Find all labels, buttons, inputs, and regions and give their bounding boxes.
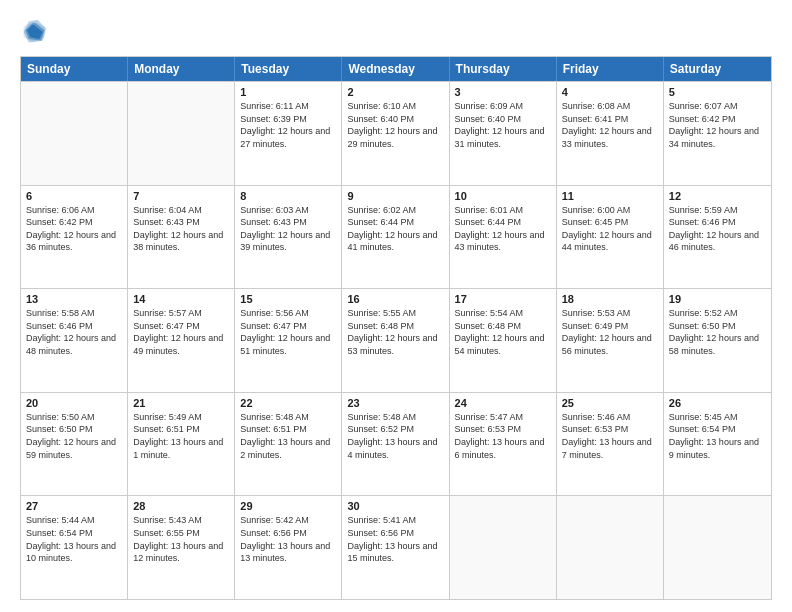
day-cell-9: 9Sunrise: 6:02 AM Sunset: 6:44 PM Daylig… [342,186,449,289]
header-day-friday: Friday [557,57,664,81]
day-cell-25: 25Sunrise: 5:46 AM Sunset: 6:53 PM Dayli… [557,393,664,496]
day-info: Sunrise: 6:10 AM Sunset: 6:40 PM Dayligh… [347,100,443,150]
page: SundayMondayTuesdayWednesdayThursdayFrid… [0,0,792,612]
day-cell-8: 8Sunrise: 6:03 AM Sunset: 6:43 PM Daylig… [235,186,342,289]
day-info: Sunrise: 5:50 AM Sunset: 6:50 PM Dayligh… [26,411,122,461]
day-number: 14 [133,293,229,305]
day-number: 6 [26,190,122,202]
day-info: Sunrise: 5:48 AM Sunset: 6:52 PM Dayligh… [347,411,443,461]
day-cell-11: 11Sunrise: 6:00 AM Sunset: 6:45 PM Dayli… [557,186,664,289]
header-day-saturday: Saturday [664,57,771,81]
day-cell-15: 15Sunrise: 5:56 AM Sunset: 6:47 PM Dayli… [235,289,342,392]
day-cell-2: 2Sunrise: 6:10 AM Sunset: 6:40 PM Daylig… [342,82,449,185]
day-info: Sunrise: 5:54 AM Sunset: 6:48 PM Dayligh… [455,307,551,357]
day-cell-29: 29Sunrise: 5:42 AM Sunset: 6:56 PM Dayli… [235,496,342,599]
day-number: 18 [562,293,658,305]
day-info: Sunrise: 5:59 AM Sunset: 6:46 PM Dayligh… [669,204,766,254]
logo-icon [20,18,48,46]
week-row-2: 13Sunrise: 5:58 AM Sunset: 6:46 PM Dayli… [21,288,771,392]
day-number: 19 [669,293,766,305]
header [20,18,772,46]
week-row-1: 6Sunrise: 6:06 AM Sunset: 6:42 PM Daylig… [21,185,771,289]
day-info: Sunrise: 5:45 AM Sunset: 6:54 PM Dayligh… [669,411,766,461]
day-cell-5: 5Sunrise: 6:07 AM Sunset: 6:42 PM Daylig… [664,82,771,185]
day-info: Sunrise: 6:11 AM Sunset: 6:39 PM Dayligh… [240,100,336,150]
day-info: Sunrise: 6:02 AM Sunset: 6:44 PM Dayligh… [347,204,443,254]
day-number: 25 [562,397,658,409]
calendar: SundayMondayTuesdayWednesdayThursdayFrid… [20,56,772,600]
day-cell-13: 13Sunrise: 5:58 AM Sunset: 6:46 PM Dayli… [21,289,128,392]
day-cell-28: 28Sunrise: 5:43 AM Sunset: 6:55 PM Dayli… [128,496,235,599]
day-number: 7 [133,190,229,202]
day-number: 17 [455,293,551,305]
logo [20,18,52,46]
day-info: Sunrise: 6:06 AM Sunset: 6:42 PM Dayligh… [26,204,122,254]
day-info: Sunrise: 6:01 AM Sunset: 6:44 PM Dayligh… [455,204,551,254]
day-number: 28 [133,500,229,512]
day-cell-6: 6Sunrise: 6:06 AM Sunset: 6:42 PM Daylig… [21,186,128,289]
day-info: Sunrise: 6:04 AM Sunset: 6:43 PM Dayligh… [133,204,229,254]
day-cell-22: 22Sunrise: 5:48 AM Sunset: 6:51 PM Dayli… [235,393,342,496]
week-row-0: 1Sunrise: 6:11 AM Sunset: 6:39 PM Daylig… [21,81,771,185]
day-cell-7: 7Sunrise: 6:04 AM Sunset: 6:43 PM Daylig… [128,186,235,289]
day-cell-empty-6 [664,496,771,599]
day-cell-4: 4Sunrise: 6:08 AM Sunset: 6:41 PM Daylig… [557,82,664,185]
day-cell-17: 17Sunrise: 5:54 AM Sunset: 6:48 PM Dayli… [450,289,557,392]
header-day-tuesday: Tuesday [235,57,342,81]
day-cell-empty-1 [128,82,235,185]
day-number: 16 [347,293,443,305]
day-info: Sunrise: 5:47 AM Sunset: 6:53 PM Dayligh… [455,411,551,461]
day-info: Sunrise: 5:58 AM Sunset: 6:46 PM Dayligh… [26,307,122,357]
day-number: 27 [26,500,122,512]
day-number: 5 [669,86,766,98]
week-row-3: 20Sunrise: 5:50 AM Sunset: 6:50 PM Dayli… [21,392,771,496]
day-number: 30 [347,500,443,512]
week-row-4: 27Sunrise: 5:44 AM Sunset: 6:54 PM Dayli… [21,495,771,599]
day-number: 22 [240,397,336,409]
day-info: Sunrise: 5:41 AM Sunset: 6:56 PM Dayligh… [347,514,443,564]
day-cell-16: 16Sunrise: 5:55 AM Sunset: 6:48 PM Dayli… [342,289,449,392]
day-cell-18: 18Sunrise: 5:53 AM Sunset: 6:49 PM Dayli… [557,289,664,392]
day-cell-empty-5 [557,496,664,599]
day-cell-12: 12Sunrise: 5:59 AM Sunset: 6:46 PM Dayli… [664,186,771,289]
day-info: Sunrise: 5:55 AM Sunset: 6:48 PM Dayligh… [347,307,443,357]
day-info: Sunrise: 5:44 AM Sunset: 6:54 PM Dayligh… [26,514,122,564]
day-cell-3: 3Sunrise: 6:09 AM Sunset: 6:40 PM Daylig… [450,82,557,185]
day-info: Sunrise: 6:09 AM Sunset: 6:40 PM Dayligh… [455,100,551,150]
header-day-thursday: Thursday [450,57,557,81]
day-info: Sunrise: 5:48 AM Sunset: 6:51 PM Dayligh… [240,411,336,461]
day-number: 2 [347,86,443,98]
day-number: 9 [347,190,443,202]
day-number: 21 [133,397,229,409]
day-number: 13 [26,293,122,305]
calendar-header: SundayMondayTuesdayWednesdayThursdayFrid… [21,57,771,81]
day-cell-23: 23Sunrise: 5:48 AM Sunset: 6:52 PM Dayli… [342,393,449,496]
day-number: 1 [240,86,336,98]
header-day-wednesday: Wednesday [342,57,449,81]
day-info: Sunrise: 5:56 AM Sunset: 6:47 PM Dayligh… [240,307,336,357]
day-cell-empty-4 [450,496,557,599]
day-info: Sunrise: 5:57 AM Sunset: 6:47 PM Dayligh… [133,307,229,357]
day-info: Sunrise: 5:53 AM Sunset: 6:49 PM Dayligh… [562,307,658,357]
day-cell-10: 10Sunrise: 6:01 AM Sunset: 6:44 PM Dayli… [450,186,557,289]
day-number: 11 [562,190,658,202]
header-day-monday: Monday [128,57,235,81]
day-cell-27: 27Sunrise: 5:44 AM Sunset: 6:54 PM Dayli… [21,496,128,599]
day-number: 20 [26,397,122,409]
day-cell-26: 26Sunrise: 5:45 AM Sunset: 6:54 PM Dayli… [664,393,771,496]
day-cell-24: 24Sunrise: 5:47 AM Sunset: 6:53 PM Dayli… [450,393,557,496]
day-number: 3 [455,86,551,98]
day-number: 26 [669,397,766,409]
day-cell-21: 21Sunrise: 5:49 AM Sunset: 6:51 PM Dayli… [128,393,235,496]
day-info: Sunrise: 5:49 AM Sunset: 6:51 PM Dayligh… [133,411,229,461]
day-number: 29 [240,500,336,512]
day-info: Sunrise: 6:03 AM Sunset: 6:43 PM Dayligh… [240,204,336,254]
day-number: 15 [240,293,336,305]
day-number: 24 [455,397,551,409]
day-cell-19: 19Sunrise: 5:52 AM Sunset: 6:50 PM Dayli… [664,289,771,392]
day-info: Sunrise: 5:52 AM Sunset: 6:50 PM Dayligh… [669,307,766,357]
day-info: Sunrise: 6:08 AM Sunset: 6:41 PM Dayligh… [562,100,658,150]
day-number: 12 [669,190,766,202]
day-number: 8 [240,190,336,202]
day-number: 10 [455,190,551,202]
